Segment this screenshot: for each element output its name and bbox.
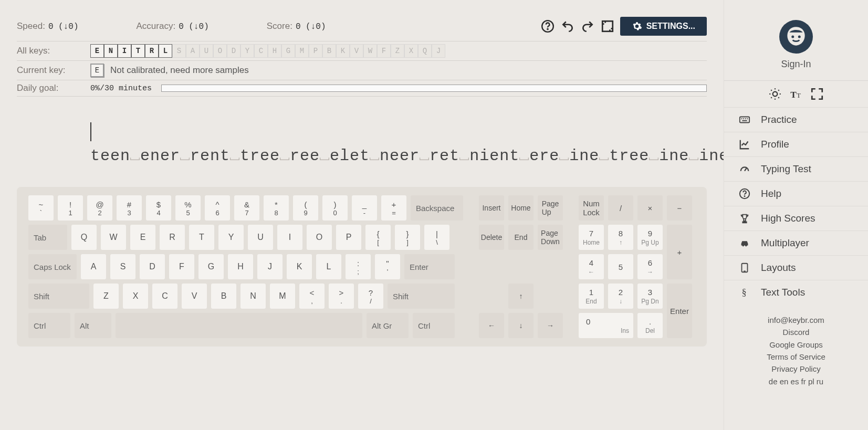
key[interactable]: &7 — [234, 195, 259, 221]
sidebar-item-help[interactable]: Help — [724, 181, 868, 206]
numpad-key[interactable]: + — [667, 225, 692, 279]
key-chip-S[interactable]: S — [172, 44, 186, 58]
nav-key[interactable]: PageDown — [538, 225, 563, 250]
key[interactable]: ?/ — [358, 284, 383, 309]
key-chip-R[interactable]: R — [145, 44, 159, 58]
key[interactable]: Shift — [28, 284, 89, 309]
font-icon[interactable]: TT — [789, 87, 803, 101]
key-chip-Y[interactable]: Y — [240, 44, 254, 58]
key[interactable]: "' — [375, 254, 400, 279]
key[interactable]: += — [381, 195, 406, 221]
key[interactable]: H — [228, 254, 253, 279]
key[interactable]: V — [182, 284, 207, 309]
nav-key[interactable]: Delete — [479, 225, 504, 250]
numpad-key[interactable]: NumLock — [579, 195, 604, 221]
key[interactable]: W — [101, 225, 126, 250]
key[interactable]: Ctrl — [28, 313, 70, 338]
key[interactable]: I — [277, 225, 302, 250]
arrow-key[interactable]: ↓ — [508, 313, 534, 338]
nav-key[interactable]: PageUp — [538, 195, 563, 221]
key-chip-X[interactable]: X — [404, 44, 418, 58]
typing-text[interactable]: teen⎵ener⎵rent⎵tree⎵ree⎵elet⎵neer⎵ret⎵ni… — [90, 121, 642, 168]
numpad-key[interactable]: Enter — [667, 284, 692, 338]
key-chip-V[interactable]: V — [350, 44, 363, 58]
footer-link[interactable]: info@keybr.com — [767, 314, 825, 326]
key[interactable]: :; — [346, 254, 371, 279]
key[interactable]: $4 — [146, 195, 171, 221]
undo-icon[interactable] — [560, 19, 575, 34]
key[interactable]: {[ — [365, 225, 391, 250]
key[interactable]: #3 — [117, 195, 142, 221]
key[interactable]: Alt Gr — [367, 313, 409, 338]
key[interactable]: (9 — [293, 195, 318, 221]
numpad-key[interactable]: 1End — [579, 284, 604, 309]
arrow-key[interactable]: ← — [479, 313, 504, 338]
key[interactable]: Z — [93, 284, 119, 309]
key[interactable]: E — [130, 225, 155, 250]
numpad-key[interactable]: 4← — [579, 254, 604, 279]
numpad-key[interactable]: 7Home — [579, 225, 604, 250]
key[interactable]: B — [211, 284, 236, 309]
sidebar-item-multiplayer[interactable]: Multiplayer — [724, 230, 868, 255]
key[interactable]: S — [110, 254, 135, 279]
sidebar-item-profile[interactable]: Profile — [724, 132, 868, 156]
arrow-key[interactable]: ↑ — [508, 284, 534, 309]
key[interactable]: Ctrl — [413, 313, 455, 338]
key[interactable]: Alt — [75, 313, 111, 338]
key[interactable]: )0 — [322, 195, 348, 221]
key[interactable]: K — [287, 254, 312, 279]
key-chip-H[interactable]: H — [268, 44, 281, 58]
settings-button[interactable]: SETTINGS... — [620, 17, 707, 36]
numpad-key[interactable]: 6→ — [637, 254, 663, 279]
lang-link[interactable]: pl — [808, 377, 814, 386]
key-chip-U[interactable]: U — [200, 44, 213, 58]
key-chip-K[interactable]: K — [336, 44, 350, 58]
key[interactable]: *8 — [264, 195, 289, 221]
key[interactable] — [116, 313, 362, 338]
key[interactable]: Y — [218, 225, 244, 250]
sidebar-item-text-tools[interactable]: §Text Tools — [724, 280, 868, 305]
key-chip-I[interactable]: I — [118, 44, 131, 58]
key-chip-G[interactable]: G — [281, 44, 295, 58]
key[interactable]: |\ — [424, 225, 449, 250]
numpad-key[interactable]: 8↑ — [608, 225, 633, 250]
key[interactable]: G — [198, 254, 224, 279]
key[interactable]: Backspace — [411, 195, 463, 221]
numpad-key[interactable]: 2↓ — [608, 284, 633, 309]
key-chip-W[interactable]: W — [363, 44, 377, 58]
key[interactable]: A — [81, 254, 106, 279]
expand-icon[interactable] — [810, 87, 824, 101]
theme-icon[interactable] — [768, 87, 782, 101]
key[interactable]: N — [240, 284, 266, 309]
key-chip-C[interactable]: C — [254, 44, 268, 58]
key[interactable]: P — [336, 225, 361, 250]
key[interactable]: Q — [71, 225, 97, 250]
key-chip-Q[interactable]: Q — [418, 44, 432, 58]
nav-key[interactable]: Home — [508, 195, 534, 221]
key-chip-M[interactable]: M — [295, 44, 309, 58]
footer-link[interactable]: Google Groups — [767, 339, 825, 351]
sidebar-item-layouts[interactable]: Layouts — [724, 255, 868, 280]
footer-link[interactable]: Discord — [767, 326, 825, 338]
lang-link[interactable]: fr — [801, 377, 806, 386]
key-chip-N[interactable]: N — [104, 44, 118, 58]
key[interactable]: L — [316, 254, 341, 279]
key[interactable]: C — [152, 284, 177, 309]
key-chip-B[interactable]: B — [322, 44, 336, 58]
key[interactable]: }] — [395, 225, 420, 250]
numpad-key[interactable]: − — [667, 195, 692, 221]
key[interactable]: U — [248, 225, 273, 250]
key-chip-A[interactable]: A — [186, 44, 200, 58]
lang-link[interactable]: es — [791, 377, 799, 386]
key[interactable]: Tab — [28, 225, 67, 250]
key-chip-F[interactable]: F — [377, 44, 391, 58]
key[interactable]: O — [307, 225, 332, 250]
sidebar-item-typing-test[interactable]: Typing Test — [724, 156, 868, 181]
key[interactable]: <, — [299, 284, 325, 309]
key-chip-P[interactable]: P — [309, 44, 322, 58]
key-chip-E[interactable]: E — [90, 44, 104, 58]
key-chip-T[interactable]: T — [131, 44, 145, 58]
numpad-key[interactable]: 3Pg Dn — [637, 284, 663, 309]
key[interactable]: Enter — [404, 254, 455, 279]
arrow-key[interactable]: → — [538, 313, 563, 338]
